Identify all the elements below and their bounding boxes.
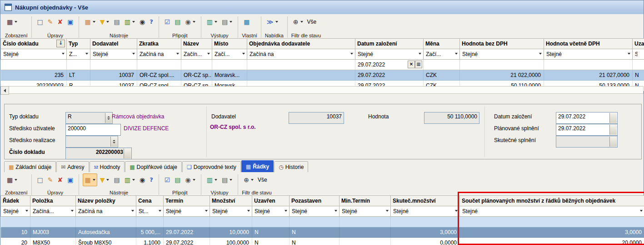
export-print-button[interactable]: ▤ xyxy=(220,15,234,28)
cell[interactable]: Autosedačka xyxy=(76,227,136,238)
help-button[interactable]: ? xyxy=(148,15,155,28)
filter-nazev-polozky[interactable]: Začíná na xyxy=(76,206,136,217)
cell[interactable] xyxy=(137,60,181,70)
cell[interactable] xyxy=(164,217,210,227)
filter-hodnota-bez-dph[interactable]: Stejné xyxy=(460,49,544,60)
cell[interactable] xyxy=(460,60,544,70)
cell[interactable]: 1,1000 xyxy=(136,238,164,245)
skutecne-splneni-input[interactable] xyxy=(556,136,618,148)
cell[interactable]: 29.07.2022 xyxy=(164,238,210,245)
col-cena[interactable]: Cena xyxy=(136,196,164,206)
dodavatel-input[interactable]: 10037 xyxy=(289,112,344,124)
col-mena[interactable]: Měna xyxy=(424,39,460,49)
edit-date-cell[interactable]: 29.07.2022×▦ xyxy=(355,60,424,70)
filter-skutec-mnozstvi[interactable]: Stejné xyxy=(391,206,460,217)
print-button[interactable]: ▤ xyxy=(112,15,121,28)
filter-cislo-dokladu[interactable]: Stejné xyxy=(1,49,67,60)
tab-doplnkove-udaje[interactable]: ▦Doplňkové údaje xyxy=(125,161,182,172)
cell[interactable]: 20,0000 xyxy=(460,238,644,245)
cell[interactable] xyxy=(633,60,644,70)
cell[interactable] xyxy=(30,217,76,227)
hodnota-input[interactable]: 50 110,0000 xyxy=(424,112,479,124)
col-mnozstvi[interactable]: Množství xyxy=(210,196,252,206)
cell[interactable] xyxy=(181,60,212,70)
filter-typ[interactable]: Z... xyxy=(67,49,90,60)
filter-nazev[interactable]: Začín... xyxy=(181,49,212,60)
col-pozastaven[interactable]: Pozastaven xyxy=(290,196,339,206)
cell[interactable]: Moravsk... xyxy=(212,70,247,81)
filter-mena[interactable]: Začí... xyxy=(424,49,460,60)
tab-zakladni-udaje[interactable]: ▦Základní údaje xyxy=(4,161,56,172)
cell[interactable]: 10 xyxy=(1,227,30,238)
cell[interactable]: N xyxy=(290,227,339,238)
cell[interactable]: M8X50 xyxy=(30,238,76,245)
filter-soucet-planovanych[interactable]: Stejné xyxy=(460,206,644,217)
cell[interactable] xyxy=(391,217,460,227)
help-button[interactable]: ? xyxy=(148,174,155,186)
col-nazev[interactable]: Název xyxy=(181,39,212,49)
cell[interactable] xyxy=(339,217,391,227)
filter-objednavka-dodavatele[interactable]: Začíná na xyxy=(247,49,355,60)
tab-historie[interactable]: ◷Historie xyxy=(274,161,308,172)
filter-cena[interactable]: St... xyxy=(136,206,164,217)
col-cislo-dokladu[interactable]: Číslo dokladu↓ xyxy=(1,39,67,49)
delete-document-button[interactable]: ✘ xyxy=(56,15,65,28)
filter-uzavreno[interactable]: Ste xyxy=(633,49,644,60)
new-line-button[interactable]: □ xyxy=(35,174,45,186)
cell[interactable]: 10,0000 xyxy=(210,227,252,238)
cislo-dokladu-input[interactable]: 202200003 xyxy=(65,148,132,159)
table-settings-button[interactable]: ▦ xyxy=(83,15,97,28)
col-termin[interactable]: Termín xyxy=(164,196,210,206)
export-print-button[interactable]: ▤ xyxy=(220,174,234,186)
filter-datum-zalozeni[interactable]: Stejné xyxy=(355,49,424,60)
print-button[interactable]: ▤ xyxy=(112,174,121,186)
cell[interactable] xyxy=(247,70,355,81)
filter-mnozstvi[interactable]: Stejné xyxy=(210,206,252,217)
filter-button[interactable]: ▼ xyxy=(98,15,111,28)
chart-button[interactable]: ▥ xyxy=(123,174,137,186)
status-filter-button[interactable]: ⊕ xyxy=(242,174,255,186)
col-uzavren[interactable]: Uzavřen xyxy=(252,196,290,206)
cell[interactable]: 3,0000 xyxy=(391,227,460,238)
cell[interactable] xyxy=(90,60,137,70)
cell[interactable]: 3,0000 xyxy=(460,227,644,238)
datum-zalozeni-input[interactable]: 29.07.2022 xyxy=(556,112,618,124)
cell[interactable] xyxy=(339,238,391,245)
edit-line-button[interactable]: ✎ xyxy=(46,174,55,186)
cell[interactable] xyxy=(460,217,644,227)
scrollbar-thumb[interactable] xyxy=(9,86,644,94)
filter-polozka[interactable]: Začíná... xyxy=(30,206,76,217)
col-min-termin[interactable]: Min.Termín xyxy=(339,196,391,206)
cell[interactable] xyxy=(136,217,164,227)
attach-media-button[interactable]: ◉ xyxy=(184,174,197,186)
spinner-icon[interactable] xyxy=(110,137,117,147)
filter-misto[interactable]: Začí... xyxy=(212,49,247,60)
attach-media-button[interactable]: ◉ xyxy=(184,15,197,28)
cell[interactable] xyxy=(247,60,355,70)
cell[interactable]: Šroub M8X50 xyxy=(76,238,136,245)
cell[interactable] xyxy=(252,217,290,227)
cell[interactable] xyxy=(424,60,460,70)
cell[interactable]: N xyxy=(252,227,290,238)
filter-dodavatel[interactable]: Stejné xyxy=(90,49,137,60)
planovane-splneni-input[interactable]: 29.07.2022 xyxy=(556,124,618,136)
col-uzavreno[interactable]: Uza xyxy=(633,39,644,49)
col-datum-zalozeni[interactable]: Datum založení xyxy=(355,39,424,49)
cell[interactable]: OR-CZ sp... xyxy=(181,70,212,81)
calendar-picker-button[interactable] xyxy=(609,137,617,147)
title-bar[interactable]: Nákupní objednávky - Vše xyxy=(0,0,644,15)
tab-radky[interactable]: ▦Řádky xyxy=(241,160,274,172)
attach-checklist-button[interactable]: ☑ xyxy=(163,174,172,186)
typ-dokladu-input[interactable]: R xyxy=(65,112,113,124)
custom-view-button[interactable]: ▦ xyxy=(242,15,251,28)
orders-horizontal-scrollbar[interactable] xyxy=(0,86,644,94)
col-soucet-planovanych[interactable]: Součet plánovaných množství z řádků běžn… xyxy=(460,196,644,206)
cell[interactable]: 100,0000 xyxy=(210,238,252,245)
attach-documents-button[interactable]: ▤ xyxy=(173,15,182,28)
calendar-picker-button[interactable] xyxy=(609,113,617,123)
tab-doprovodne-texty[interactable]: ❏Doprovodné texty xyxy=(182,161,241,172)
col-objednavka-dodavatele[interactable]: Objednávka dodavatele xyxy=(247,39,355,49)
clear-date-icon[interactable]: × xyxy=(408,61,415,68)
copy-line-button[interactable]: ▣ xyxy=(65,174,75,186)
delete-line-button[interactable]: ✘ xyxy=(56,174,65,186)
